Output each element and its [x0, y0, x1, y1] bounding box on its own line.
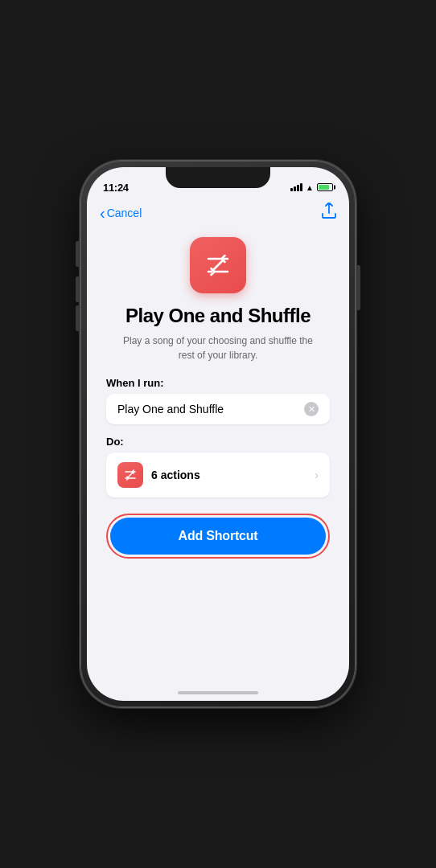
status-icons: ▲ — [290, 183, 333, 192]
do-section: Do: 6 actions › — [106, 436, 330, 497]
cancel-label: Cancel — [107, 207, 142, 219]
share-icon — [322, 203, 336, 219]
chevron-right-icon: › — [315, 469, 319, 481]
battery-icon — [317, 183, 333, 191]
status-time: 11:24 — [103, 182, 129, 194]
add-shortcut-label: Add Shortcut — [179, 529, 258, 542]
do-label: Do: — [106, 436, 330, 448]
phone-screen: 11:24 ▲ Cancel — [87, 167, 349, 701]
content-area: Play One and Shuffle Play a song of your… — [87, 229, 349, 579]
add-shortcut-ring: Add Shortcut — [106, 514, 330, 559]
when-section: When I run: Play One and Shuffle ✕ — [106, 377, 330, 424]
shortcut-name-value: Play One and Shuffle — [117, 403, 224, 416]
shortcut-description: Play a song of your choosing and shuffle… — [106, 334, 330, 362]
actions-left: 6 actions — [117, 462, 200, 488]
when-label: When I run: — [106, 377, 330, 389]
shuffle-icon — [204, 251, 232, 280]
home-indicator — [178, 691, 258, 694]
actions-shuffle-icon — [123, 468, 138, 482]
actions-card[interactable]: 6 actions › — [106, 452, 330, 497]
shortcut-name-field[interactable]: Play One and Shuffle ✕ — [106, 394, 330, 424]
signal-icon — [290, 183, 302, 191]
cancel-button[interactable]: Cancel — [100, 205, 142, 221]
add-shortcut-wrapper: Add Shortcut — [106, 509, 330, 563]
nav-bar: Cancel — [87, 199, 349, 229]
add-shortcut-button[interactable]: Add Shortcut — [110, 518, 326, 555]
battery-fill — [319, 185, 329, 190]
actions-icon — [117, 462, 143, 488]
actions-count: 6 actions — [151, 469, 200, 481]
notch — [166, 167, 270, 188]
shortcut-icon — [190, 237, 246, 293]
clear-button[interactable]: ✕ — [304, 402, 319, 416]
back-chevron-icon — [100, 205, 105, 221]
wifi-icon: ▲ — [306, 183, 314, 192]
phone-frame: 11:24 ▲ Cancel — [80, 161, 356, 707]
shortcut-title: Play One and Shuffle — [125, 305, 311, 327]
share-button[interactable] — [322, 203, 336, 223]
